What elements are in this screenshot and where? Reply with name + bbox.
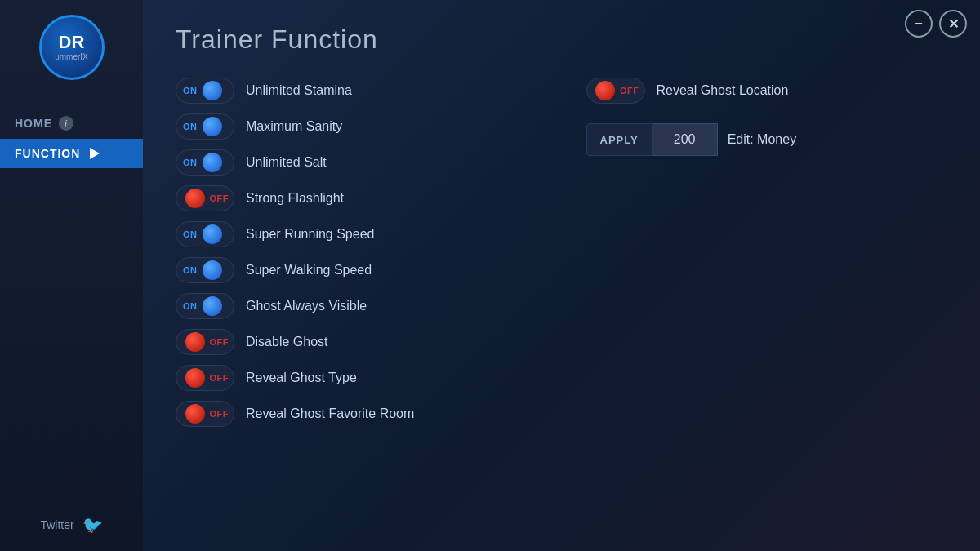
reveal-ghost-favorite-room-row: OFFReveal Ghost Favorite Room: [176, 401, 537, 427]
apply-button[interactable]: APPLY: [586, 123, 653, 156]
window-controls: − ✕: [905, 10, 967, 38]
toggle-ball: [203, 224, 222, 244]
toggle-state-label: OFF: [620, 86, 639, 96]
sidebar: DR ummerIX HOME i FUNCTION Twitter 🐦: [0, 0, 143, 551]
ghost-always-visible-toggle[interactable]: ON: [176, 293, 234, 319]
toggle-ball: [595, 81, 615, 100]
reveal-ghost-location-row: OFF Reveal Ghost Location: [586, 78, 948, 104]
toggle-ball: [203, 117, 222, 136]
right-column: OFF Reveal Ghost Location APPLY Edit: Mo…: [586, 78, 948, 437]
money-input[interactable]: [653, 123, 718, 156]
content-grid: ONUnlimited StaminaONMaximum SanityONUnl…: [176, 78, 947, 437]
close-button[interactable]: ✕: [939, 10, 967, 38]
unlimited-stamina-label: Unlimited Stamina: [246, 83, 352, 98]
function-label: FUNCTION: [15, 147, 80, 160]
strong-flashlight-toggle[interactable]: OFF: [176, 185, 234, 211]
toggle-state-label: OFF: [210, 409, 229, 419]
toggle-ball: [203, 81, 222, 100]
super-running-speed-toggle[interactable]: ON: [176, 221, 234, 247]
super-walking-speed-row: ONSuper Walking Speed: [176, 257, 537, 283]
twitter-label: Twitter: [40, 518, 74, 531]
toggle-state-label: ON: [183, 265, 198, 275]
toggle-state-label: OFF: [210, 337, 229, 347]
main-content: Trainer Function ONUnlimited StaminaONMa…: [143, 0, 980, 551]
toggle-ball: [185, 189, 205, 208]
sidebar-nav: HOME i FUNCTION: [0, 108, 143, 168]
reveal-ghost-type-label: Reveal Ghost Type: [246, 371, 357, 385]
money-editor-row: APPLY Edit: Money: [586, 123, 948, 156]
sidebar-item-home[interactable]: HOME i: [0, 108, 143, 139]
maximum-sanity-label: Maximum Sanity: [246, 119, 342, 134]
unlimited-salt-label: Unlimited Salt: [246, 155, 327, 170]
toggle-state-label: ON: [183, 86, 198, 96]
reveal-ghost-type-row: OFFReveal Ghost Type: [176, 365, 537, 391]
sidebar-item-function[interactable]: FUNCTION: [0, 139, 143, 168]
disable-ghost-label: Disable Ghost: [246, 335, 328, 349]
super-walking-speed-toggle[interactable]: ON: [176, 257, 234, 283]
toggle-state-label: ON: [183, 158, 198, 167]
toggle-ball: [185, 332, 205, 352]
unlimited-stamina-toggle[interactable]: ON: [176, 78, 234, 104]
toggle-ball: [203, 260, 222, 280]
maximum-sanity-row: ONMaximum Sanity: [176, 113, 537, 140]
super-walking-speed-label: Super Walking Speed: [246, 263, 372, 278]
page-title: Trainer Function: [176, 24, 947, 55]
edit-money-label: Edit: Money: [728, 132, 796, 147]
unlimited-salt-toggle[interactable]: ON: [176, 149, 234, 176]
disable-ghost-toggle[interactable]: OFF: [176, 329, 234, 355]
toggle-state-label: ON: [183, 122, 198, 131]
strong-flashlight-row: OFFStrong Flashlight: [176, 185, 537, 211]
avatar: DR ummerIX: [39, 15, 105, 80]
reveal-ghost-location-toggle[interactable]: OFF: [586, 78, 645, 104]
reveal-ghost-location-label: Reveal Ghost Location: [657, 83, 789, 98]
toggle-ball: [203, 296, 222, 316]
avatar-username: ummerIX: [55, 53, 88, 61]
super-running-speed-row: ONSuper Running Speed: [176, 221, 537, 247]
home-label: HOME: [15, 117, 52, 130]
super-running-speed-label: Super Running Speed: [246, 227, 374, 242]
toggle-state-label: ON: [183, 229, 198, 239]
ghost-always-visible-label: Ghost Always Visible: [246, 299, 367, 313]
sidebar-footer[interactable]: Twitter 🐦: [40, 515, 102, 535]
reveal-ghost-type-toggle[interactable]: OFF: [176, 365, 234, 391]
toggle-state-label: ON: [183, 301, 198, 311]
ghost-always-visible-row: ONGhost Always Visible: [176, 293, 537, 319]
twitter-icon: 🐦: [82, 515, 103, 535]
play-icon: [90, 148, 100, 159]
unlimited-stamina-row: ONUnlimited Stamina: [176, 78, 537, 104]
strong-flashlight-label: Strong Flashlight: [246, 191, 344, 206]
left-column: ONUnlimited StaminaONMaximum SanityONUnl…: [176, 78, 537, 437]
reveal-ghost-favorite-room-label: Reveal Ghost Favorite Room: [246, 407, 414, 421]
toggle-state-label: OFF: [210, 373, 229, 383]
info-icon: i: [59, 116, 74, 131]
unlimited-salt-row: ONUnlimited Salt: [176, 149, 537, 176]
reveal-ghost-favorite-room-toggle[interactable]: OFF: [176, 401, 234, 427]
minimize-button[interactable]: −: [905, 10, 933, 38]
toggle-ball: [185, 368, 205, 388]
toggle-state-label: OFF: [210, 193, 229, 203]
maximum-sanity-toggle[interactable]: ON: [176, 113, 234, 140]
avatar-initials: DR: [59, 33, 85, 51]
toggle-ball: [203, 153, 222, 172]
toggle-ball: [185, 404, 205, 424]
disable-ghost-row: OFFDisable Ghost: [176, 329, 537, 355]
